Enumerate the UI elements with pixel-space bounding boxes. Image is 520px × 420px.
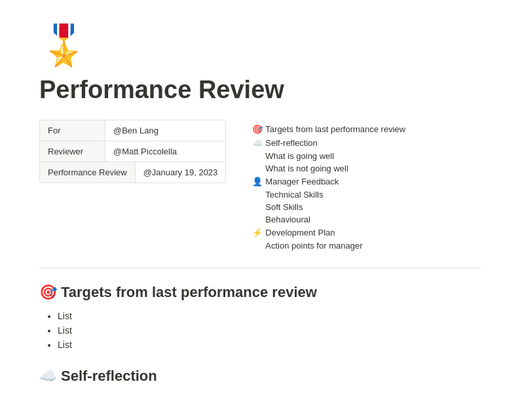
toc-item-development-plan[interactable]: ⚡ Development Plan <box>252 226 481 239</box>
toc-item-targets[interactable]: 🎯 Targets from last performance review <box>252 122 481 136</box>
development-plan-icon: ⚡ <box>252 228 263 237</box>
toc-item-manager-feedback[interactable]: 👤 Manager Feedback <box>252 175 481 188</box>
toc-sub-behavioural[interactable]: Behavioural <box>252 213 481 226</box>
property-label-for: For <box>40 120 105 141</box>
main-layout: For @Ben Lang Reviewer @Matt Piccolella … <box>39 120 481 252</box>
property-label-date: Performance Review <box>40 162 136 183</box>
list-item: List <box>58 323 481 338</box>
toc-sub-action-points[interactable]: Action points for manager <box>252 239 481 252</box>
toc-sub-not-going-well[interactable]: What is not going well <box>252 162 481 175</box>
list-item: List <box>58 338 481 352</box>
targets-section-icon: 🎯 <box>39 284 57 301</box>
property-row-reviewer: Reviewer @Matt Piccolella <box>40 141 225 162</box>
page-emoji: 🎖️ <box>39 26 481 65</box>
targets-list: List List List <box>39 309 481 352</box>
property-value-date: @January 19, 2023 <box>136 162 226 183</box>
property-value-for: @Ben Lang <box>105 120 166 141</box>
toc-development-plan-label: Development Plan <box>265 228 335 237</box>
toc-manager-feedback-label: Manager Feedback <box>265 177 339 186</box>
targets-section-title: Targets from last performance review <box>61 284 317 301</box>
toc-self-reflection-label: Self-reflection <box>265 138 317 148</box>
self-reflection-section-icon: ☁️ <box>39 368 57 385</box>
left-panel: For @Ben Lang Reviewer @Matt Piccolella … <box>39 120 226 183</box>
toc-targets-label: Targets from last performance review <box>265 124 405 134</box>
toc-sub-technical-skills[interactable]: Technical Skills <box>252 188 481 201</box>
manager-feedback-icon: 👤 <box>252 177 263 186</box>
toc-sub-going-well[interactable]: What is going well <box>252 150 481 162</box>
content-area: 🎯 Targets from last performance review L… <box>39 268 481 385</box>
page-title: Performance Review <box>39 76 481 104</box>
self-reflection-section-title: Self-reflection <box>61 368 157 385</box>
property-label-reviewer: Reviewer <box>40 141 105 162</box>
toc-item-self-reflection[interactable]: ☁️ Self-reflection <box>252 136 481 150</box>
toc-sub-soft-skills[interactable]: Soft Skills <box>252 201 481 213</box>
properties-table: For @Ben Lang Reviewer @Matt Piccolella … <box>39 120 226 183</box>
property-row-for: For @Ben Lang <box>40 120 225 141</box>
self-reflection-icon: ☁️ <box>252 138 263 148</box>
section-targets-heading: 🎯 Targets from last performance review <box>39 284 481 301</box>
property-row-date: Performance Review @January 19, 2023 <box>40 162 225 183</box>
divider-1 <box>39 268 481 268</box>
section-self-reflection-heading: ☁️ Self-reflection <box>39 368 481 385</box>
table-of-contents: 🎯 Targets from last performance review ☁… <box>252 120 481 252</box>
targets-icon: 🎯 <box>252 124 263 134</box>
list-item: List <box>58 309 481 323</box>
property-value-reviewer: @Matt Piccolella <box>105 141 185 162</box>
